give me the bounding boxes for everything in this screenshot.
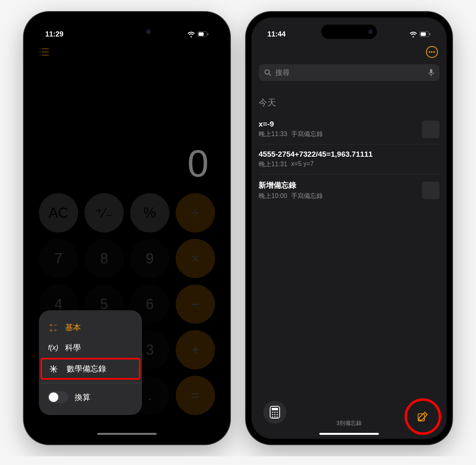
dynamic-island — [99, 25, 155, 39]
mode-scientific[interactable]: f(x) 科學 — [39, 338, 142, 358]
svg-text:y: y — [50, 365, 52, 367]
key-7[interactable]: 7 — [39, 239, 78, 278]
fx-icon: f(x) — [48, 344, 59, 352]
key-9[interactable]: 9 — [130, 239, 169, 278]
mode-basic[interactable]: + −× ÷ 基本 — [39, 317, 142, 338]
note-time: 晚上11:33 — [259, 130, 287, 138]
svg-point-36 — [274, 416, 275, 417]
status-time: 11:29 — [45, 30, 63, 38]
more-icon: ••• — [428, 49, 436, 55]
key-minus[interactable]: − — [176, 284, 215, 324]
wifi-icon — [409, 31, 417, 37]
svg-rect-25 — [430, 69, 432, 73]
key-equals[interactable]: = — [176, 376, 215, 415]
home-indicator[interactable] — [97, 433, 157, 435]
notes-screen: 11:44 ••• 搜尋 今天 — [251, 17, 447, 439]
note-count: 3則備忘錄 — [336, 420, 362, 427]
svg-rect-22 — [430, 33, 430, 35]
dynamic-island — [321, 25, 377, 39]
svg-point-37 — [276, 416, 278, 417]
mode-convert-label: 換算 — [75, 392, 90, 403]
search-placeholder: 搜尋 — [275, 68, 290, 77]
note-detail: 手寫備忘錄 — [291, 192, 323, 200]
svg-point-31 — [276, 411, 278, 413]
search-bar[interactable]: 搜尋 — [259, 64, 440, 81]
mode-convert[interactable]: 換算 — [39, 386, 142, 408]
svg-text:x: x — [55, 371, 56, 373]
svg-rect-28 — [272, 408, 278, 410]
note-title: x=-9 — [259, 120, 417, 129]
key-plus[interactable]: + — [176, 330, 215, 369]
mode-math-notes-label: 數學備忘錄 — [67, 363, 106, 374]
svg-rect-21 — [421, 33, 426, 36]
mic-icon[interactable] — [428, 69, 434, 77]
note-thumbnail — [422, 121, 440, 138]
svg-point-29 — [272, 411, 273, 413]
svg-point-34 — [276, 414, 278, 415]
status-time: 11:44 — [267, 30, 286, 38]
mode-popup: + −× ÷ 基本 f(x) 科學 yx 數學備忘錄 換算 — [39, 310, 142, 415]
calculator-icon — [269, 405, 280, 419]
svg-point-30 — [274, 411, 275, 413]
note-title: 4555-2754+7322/45=1,963.71111 — [259, 150, 440, 159]
key-ac[interactable]: AC — [39, 193, 78, 232]
search-icon — [264, 69, 271, 76]
svg-rect-1 — [199, 33, 204, 36]
phone-right: 11:44 ••• 搜尋 今天 — [246, 12, 452, 444]
mode-basic-label: 基本 — [65, 322, 81, 333]
compose-highlight — [405, 398, 441, 435]
calculator-screen: 11:29 0 AC ⁺∕₋ % ÷ — [29, 17, 225, 439]
svg-rect-2 — [207, 33, 208, 35]
basic-icon: + −× ÷ — [48, 323, 59, 333]
svg-point-33 — [274, 414, 275, 415]
notes-list: 今天 x=-9 晚上11:33 手寫備忘錄 4555-2754+7322/45=… — [251, 81, 447, 401]
note-item[interactable]: 新增備忘錄 晚上10:00 手寫備忘錄 — [259, 175, 440, 206]
note-detail: x=5 y=7 — [291, 160, 314, 169]
note-item[interactable]: x=-9 晚上11:33 手寫備忘錄 — [259, 114, 440, 144]
note-time: 晚上10:00 — [259, 192, 287, 200]
note-time: 晚上11:31 — [259, 160, 287, 169]
math-notes-icon: yx — [49, 365, 60, 373]
note-title: 新增備忘錄 — [259, 180, 417, 190]
note-thumbnail — [422, 182, 440, 199]
compose-button[interactable] — [417, 411, 429, 423]
key-sign[interactable]: ⁺∕₋ — [84, 193, 124, 232]
svg-point-35 — [272, 416, 273, 417]
key-8[interactable]: 8 — [84, 239, 124, 278]
mode-scientific-label: 科學 — [65, 342, 81, 353]
svg-line-24 — [269, 74, 271, 75]
key-percent[interactable]: % — [130, 193, 169, 232]
popup-divider — [39, 383, 142, 383]
note-detail: 手寫備忘錄 — [291, 130, 323, 138]
home-indicator[interactable] — [319, 433, 379, 435]
calculator-display: 0 — [29, 61, 225, 193]
section-today: 今天 — [259, 97, 440, 109]
key-multiply[interactable]: × — [176, 239, 215, 278]
mode-math-notes[interactable]: yx 數學備忘錄 — [40, 358, 140, 380]
svg-point-32 — [272, 414, 273, 415]
phone-left: 11:29 0 AC ⁺∕₋ % ÷ — [24, 12, 230, 444]
key-divide[interactable]: ÷ — [176, 193, 215, 232]
convert-toggle[interactable] — [48, 391, 68, 403]
battery-icon — [420, 31, 431, 37]
more-button[interactable]: ••• — [426, 46, 438, 58]
history-list-icon[interactable] — [39, 48, 49, 56]
calculator-button[interactable] — [263, 401, 286, 424]
note-item[interactable]: 4555-2754+7322/45=1,963.71111 晚上11:31 x=… — [259, 144, 440, 175]
wifi-icon — [187, 31, 195, 37]
battery-icon — [198, 31, 209, 37]
